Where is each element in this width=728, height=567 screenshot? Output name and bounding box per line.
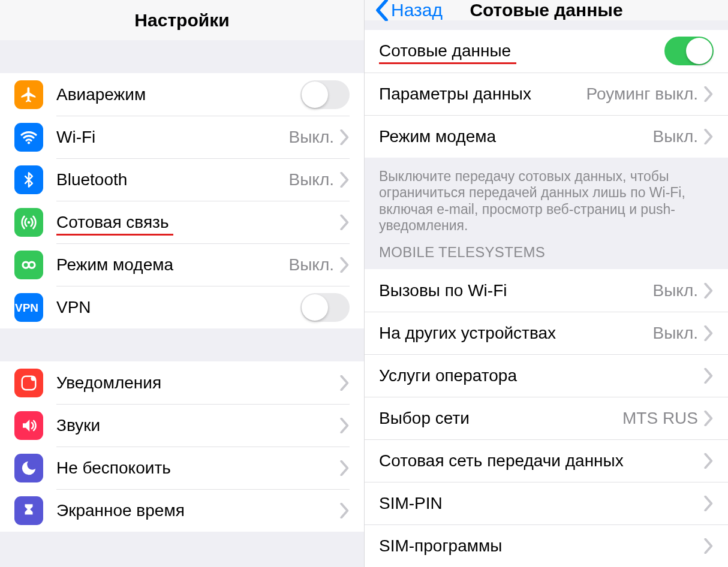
airplane-icon bbox=[14, 80, 43, 109]
row-label: Wi-Fi bbox=[56, 128, 289, 147]
row-label: VPN bbox=[56, 298, 300, 317]
settings-title: Настройки bbox=[134, 10, 229, 31]
settings-row-wifi[interactable]: Wi-FiВыкл. bbox=[0, 116, 364, 158]
row-label: Режим модема bbox=[379, 127, 653, 146]
cellular-row-5[interactable]: SIM-PIN bbox=[365, 482, 728, 524]
spacer bbox=[0, 328, 364, 361]
row-inner: Звуки bbox=[56, 404, 350, 447]
settings-header: Настройки bbox=[0, 0, 364, 40]
settings-row-hotspot[interactable]: Режим модемаВыкл. bbox=[0, 243, 364, 286]
settings-pane: Настройки АвиарежимWi-FiВыкл.BluetoothВы… bbox=[0, 0, 364, 567]
chevron-right-icon bbox=[704, 129, 714, 144]
svg-point-0 bbox=[28, 141, 30, 144]
settings-row-airplane[interactable]: Авиарежим bbox=[0, 73, 364, 116]
settings-row-sound[interactable]: Звуки bbox=[0, 404, 364, 447]
row-label: Авиарежим bbox=[56, 85, 300, 104]
cellular-row-3[interactable]: Выбор сетиMTS RUS bbox=[365, 397, 728, 439]
chevron-right-icon bbox=[704, 453, 714, 469]
bluetooth-icon bbox=[14, 165, 43, 194]
notif-icon bbox=[14, 369, 43, 397]
chevron-right-icon bbox=[704, 86, 714, 102]
back-button[interactable]: Назад bbox=[375, 0, 443, 20]
chevron-right-icon bbox=[340, 460, 350, 476]
row-inner: VPN bbox=[56, 286, 350, 328]
svg-text:VPN: VPN bbox=[15, 301, 38, 314]
chevron-right-icon bbox=[340, 503, 350, 518]
row-label: Сотовые данные bbox=[379, 41, 664, 61]
row-inner: Уведомления bbox=[56, 361, 350, 404]
settings-row-bluetooth[interactable]: BluetoothВыкл. bbox=[0, 158, 364, 201]
cellular-row-2[interactable]: Услуги оператора bbox=[365, 354, 728, 397]
row-status: Выкл. bbox=[653, 281, 698, 300]
toggle-knob bbox=[686, 38, 712, 64]
row-label: Параметры данных bbox=[379, 85, 586, 104]
cellular-row-0[interactable]: Сотовые данные bbox=[365, 30, 728, 73]
row-status: Выкл. bbox=[653, 127, 698, 146]
settings-row-antenna[interactable]: Сотовая связь bbox=[0, 201, 364, 243]
row-inner: Сотовая связь bbox=[56, 201, 350, 243]
row-label: Выбор сети bbox=[379, 409, 622, 428]
chevron-right-icon bbox=[340, 129, 350, 145]
svg-point-3 bbox=[29, 262, 35, 268]
cellular-row-0[interactable]: Вызовы по Wi-FiВыкл. bbox=[365, 269, 728, 312]
spacer bbox=[365, 20, 728, 30]
row-status: MTS RUS bbox=[622, 409, 698, 428]
settings-row-vpn[interactable]: VPNVPN bbox=[0, 286, 364, 328]
row-label: На других устройствах bbox=[379, 324, 653, 343]
row-label: Вызовы по Wi-Fi bbox=[379, 281, 653, 300]
settings-row-dnd[interactable]: Не беспокоить bbox=[0, 447, 364, 489]
vpn-icon: VPN bbox=[14, 293, 43, 322]
dnd-icon bbox=[14, 454, 43, 482]
row-inner: Wi-FiВыкл. bbox=[56, 116, 350, 158]
svg-point-6 bbox=[31, 376, 36, 381]
cellular-row-1[interactable]: Параметры данныхРоуминг выкл. bbox=[365, 73, 728, 115]
chevron-right-icon bbox=[340, 375, 350, 391]
cellular-row-6[interactable]: SIM-программы bbox=[365, 524, 728, 567]
row-inner: Не беспокоить bbox=[56, 447, 350, 489]
chevron-right-icon bbox=[704, 283, 714, 298]
row-status: Выкл. bbox=[653, 324, 698, 343]
chevron-right-icon bbox=[704, 368, 714, 384]
row-inner: BluetoothВыкл. bbox=[56, 158, 350, 201]
row-inner: Режим модемаВыкл. bbox=[56, 243, 350, 286]
settings-group-2: УведомленияЗвукиНе беспокоитьЭкранное вр… bbox=[0, 361, 364, 532]
cellular-group-1: Сотовые данныеПараметры данныхРоуминг вы… bbox=[365, 30, 728, 158]
row-inner: Экранное время bbox=[56, 489, 350, 532]
sound-icon bbox=[14, 411, 43, 440]
row-status: Выкл. bbox=[289, 170, 334, 189]
back-label: Назад bbox=[391, 0, 443, 20]
row-label: Bluetooth bbox=[56, 170, 289, 189]
chevron-right-icon bbox=[340, 418, 350, 433]
chevron-right-icon bbox=[704, 538, 714, 554]
hourglass-icon bbox=[14, 496, 43, 525]
row-label: Сотовая связь bbox=[56, 213, 340, 232]
row-label: Сотовая сеть передачи данных bbox=[379, 451, 704, 471]
cellular-footer: Выключите передачу сотовых данных, чтобы… bbox=[365, 158, 728, 240]
cellular-group-2: Вызовы по Wi-FiВыкл.На других устройства… bbox=[365, 269, 728, 567]
hotspot-icon bbox=[14, 251, 43, 279]
cellular-row-4[interactable]: Сотовая сеть передачи данных bbox=[365, 439, 728, 482]
settings-row-notif[interactable]: Уведомления bbox=[0, 361, 364, 404]
cellular-0-toggle[interactable] bbox=[664, 37, 714, 65]
airplane-toggle[interactable] bbox=[300, 80, 350, 109]
cellular-row-1[interactable]: На других устройствахВыкл. bbox=[365, 312, 728, 354]
chevron-right-icon bbox=[340, 172, 350, 188]
chevron-left-icon bbox=[375, 0, 389, 21]
chevron-right-icon bbox=[340, 257, 350, 273]
row-inner: Авиарежим bbox=[56, 73, 350, 116]
wifi-icon bbox=[14, 123, 43, 152]
spacer bbox=[0, 40, 364, 73]
carrier-header: MOBILE TELESYSTEMS bbox=[365, 240, 728, 269]
settings-row-hourglass[interactable]: Экранное время bbox=[0, 489, 364, 532]
toggle-knob bbox=[302, 294, 328, 321]
chevron-right-icon bbox=[704, 496, 714, 511]
cellular-row-2[interactable]: Режим модемаВыкл. bbox=[365, 115, 728, 158]
row-label: Экранное время bbox=[56, 501, 340, 520]
row-status: Роуминг выкл. bbox=[586, 85, 698, 104]
cellular-header: Назад Сотовые данные bbox=[365, 0, 728, 20]
chevron-right-icon bbox=[704, 325, 714, 341]
antenna-icon bbox=[14, 208, 43, 237]
vpn-toggle[interactable] bbox=[300, 293, 350, 322]
chevron-right-icon bbox=[704, 411, 714, 426]
chevron-right-icon bbox=[340, 215, 350, 230]
